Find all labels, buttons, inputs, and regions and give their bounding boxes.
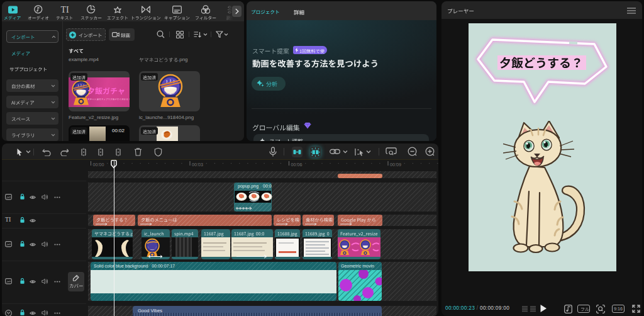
svg-text:00:06: 00:06 (291, 162, 303, 167)
svg-text:00:00: 00:00 (93, 162, 104, 167)
svg-text:00:09: 00:09 (390, 162, 401, 167)
svg-text:00:03: 00:03 (192, 162, 203, 167)
svg-text:TI: TI (60, 5, 69, 14)
